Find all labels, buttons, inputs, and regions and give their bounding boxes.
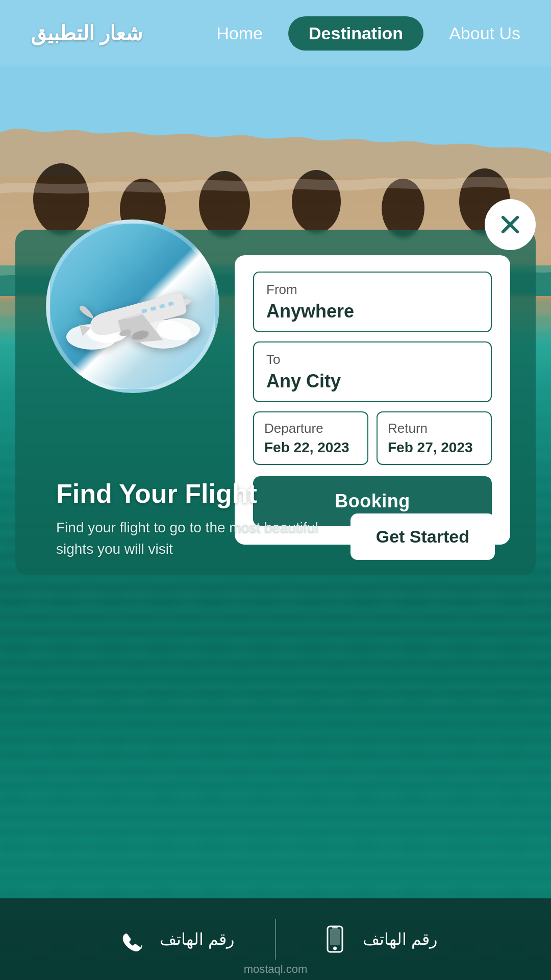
footer-phone-label-1: رقم الهاتف xyxy=(160,929,234,949)
to-field[interactable]: To Any City xyxy=(253,341,492,402)
navbar: شعار التطبيق Home Destination About Us xyxy=(0,0,551,66)
footer-phone-1: رقم الهاتف xyxy=(114,921,234,957)
booking-card: From Anywhere To Any City Departure Feb … xyxy=(15,230,536,575)
main-content: From Anywhere To Any City Departure Feb … xyxy=(0,230,551,898)
get-started-button[interactable]: Get Started xyxy=(350,513,495,560)
nav-about[interactable]: About Us xyxy=(449,23,520,43)
to-value: Any City xyxy=(266,371,479,392)
flight-desc: Find your flight to go to the most beaut… xyxy=(56,517,330,560)
flight-title: Find Your Flight xyxy=(56,478,330,509)
svg-point-1 xyxy=(33,163,89,235)
nav-links: Home Destination About Us xyxy=(216,16,520,51)
nav-home[interactable]: Home xyxy=(216,23,263,43)
from-value: Anywhere xyxy=(266,301,479,322)
phone-icon-2 xyxy=(317,921,353,957)
airplane-image xyxy=(46,219,219,393)
close-button[interactable] xyxy=(485,199,536,250)
phone-icon-1 xyxy=(114,921,149,957)
svg-rect-20 xyxy=(330,929,340,945)
from-field[interactable]: From Anywhere xyxy=(253,272,492,332)
departure-field[interactable]: Departure Feb 22, 2023 xyxy=(253,411,368,465)
date-row: Departure Feb 22, 2023 Return Feb 27, 20… xyxy=(253,411,492,465)
svg-rect-22 xyxy=(332,927,338,928)
return-field[interactable]: Return Feb 27, 2023 xyxy=(377,411,492,465)
logo: شعار التطبيق xyxy=(31,21,143,45)
nav-destination[interactable]: Destination xyxy=(288,16,423,51)
flight-text: Find Your Flight Find your flight to go … xyxy=(56,478,350,560)
to-label: To xyxy=(266,352,479,368)
footer-divider xyxy=(275,919,276,960)
svg-point-21 xyxy=(333,947,337,950)
from-label: From xyxy=(266,282,479,298)
return-value: Feb 27, 2023 xyxy=(388,439,481,456)
return-label: Return xyxy=(388,421,481,436)
departure-label: Departure xyxy=(264,421,357,436)
departure-value: Feb 22, 2023 xyxy=(264,439,357,456)
bottom-section: Find Your Flight Find your flight to go … xyxy=(56,478,495,560)
footer: رقم الهاتف رقم الهاتف mostaql.com xyxy=(0,898,551,980)
watermark: mostaql.com xyxy=(244,963,308,976)
footer-phone-label-2: رقم الهاتف xyxy=(363,929,437,949)
footer-phone-2: رقم الهاتف xyxy=(317,921,437,957)
svg-point-10 xyxy=(157,318,200,340)
